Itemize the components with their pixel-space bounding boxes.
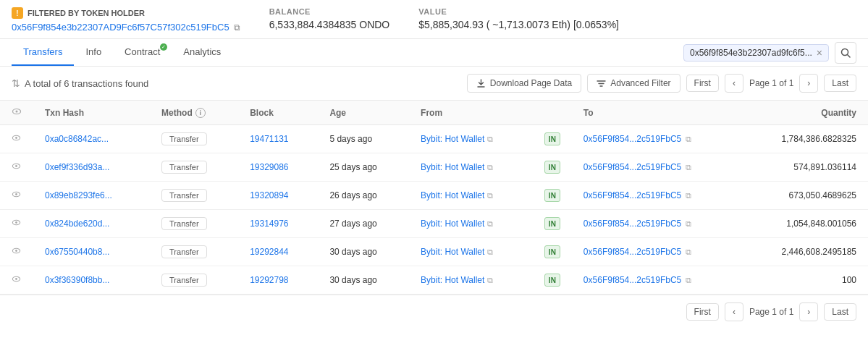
copy-from-icon[interactable]: ⧉ [487, 163, 493, 172]
svg-point-12 [15, 193, 17, 195]
eye-icon[interactable] [12, 133, 21, 143]
tab-transfers[interactable]: Transfers [12, 39, 74, 66]
search-button[interactable] [835, 42, 856, 64]
row-quantity: 100 [741, 266, 868, 295]
txn-hash-link[interactable]: 0xef9f336d93a... [45, 162, 109, 172]
txn-hash-link[interactable]: 0x3f36390f8bb... [45, 275, 109, 285]
th-from: From [409, 101, 533, 125]
txn-hash-link[interactable]: 0x824bde620d... [45, 219, 109, 229]
method-badge: Transfer [161, 161, 207, 174]
block-link[interactable]: 19329086 [250, 162, 288, 172]
row-eye-cell [0, 182, 33, 210]
value-label: VALUE [418, 7, 619, 16]
footer-next-page-button[interactable]: › [799, 302, 818, 321]
from-address-link[interactable]: Bybit: Hot Wallet [421, 190, 484, 200]
method-info-icon[interactable]: i [195, 108, 206, 118]
tab-analytics[interactable]: Analytics [172, 39, 232, 66]
footer-first-page-button[interactable]: First [686, 303, 719, 321]
row-eye-cell [0, 153, 33, 182]
tab-contract[interactable]: Contract ✓ [113, 39, 172, 66]
eye-icon[interactable] [12, 190, 21, 199]
copy-to-icon[interactable]: ⧉ [686, 219, 691, 229]
txn-hash-link[interactable]: 0xa0c86842ac... [45, 134, 109, 144]
method-badge: Transfer [161, 132, 207, 145]
txn-hash-link[interactable]: 0x67550440b8... [45, 247, 109, 257]
block-link[interactable]: 19471131 [250, 134, 288, 144]
eye-icon[interactable] [12, 218, 21, 227]
row-from: Bybit: Hot Wallet ⧉ [409, 182, 533, 210]
direction-badge: IN [544, 189, 560, 202]
row-direction: IN [533, 153, 572, 182]
from-address-link[interactable]: Bybit: Hot Wallet [421, 162, 484, 172]
table-row: 0x67550440b8... Transfer 19292844 30 day… [0, 238, 868, 266]
copy-to-icon[interactable]: ⧉ [686, 163, 691, 172]
footer-last-page-button[interactable]: Last [824, 303, 856, 321]
first-page-button[interactable]: First [686, 75, 719, 92]
svg-line-1 [848, 54, 851, 57]
copy-address-icon[interactable]: ⧉ [234, 22, 240, 33]
block-link[interactable]: 19314976 [250, 219, 288, 229]
th-age: Age [318, 101, 409, 125]
row-eye-cell [0, 210, 33, 238]
last-page-button[interactable]: Last [824, 75, 856, 92]
row-to: 0x56F9f854...2c519FbC5 ⧉ [572, 238, 741, 266]
direction-badge: IN [544, 132, 560, 145]
row-eye-cell [0, 266, 33, 295]
row-to: 0x56F9f854...2c519FbC5 ⧉ [572, 125, 741, 153]
row-hash: 0x824bde620d... [33, 210, 150, 238]
row-direction: IN [533, 182, 572, 210]
copy-from-icon[interactable]: ⧉ [487, 276, 493, 285]
direction-badge: IN [544, 217, 560, 230]
row-method: Transfer [150, 153, 238, 182]
txn-hash-link[interactable]: 0x89eb8293fe6... [45, 190, 112, 200]
row-hash: 0x3f36390f8bb... [33, 266, 150, 295]
th-quantity: Quantity [741, 101, 868, 125]
block-link[interactable]: 19292798 [250, 275, 288, 285]
copy-from-icon[interactable]: ⧉ [487, 247, 493, 257]
th-method: Method i [150, 101, 238, 125]
row-eye-cell [0, 238, 33, 266]
table-row: 0xef9f336d93a... Transfer 19329086 25 da… [0, 153, 868, 182]
copy-to-icon[interactable]: ⧉ [686, 276, 691, 285]
th-eye [0, 101, 33, 125]
row-from: Bybit: Hot Wallet ⧉ [409, 153, 533, 182]
copy-from-icon[interactable]: ⧉ [487, 191, 493, 200]
row-block: 19329086 [238, 153, 318, 182]
copy-from-icon[interactable]: ⧉ [487, 219, 493, 229]
sort-icon: ⇅ [12, 77, 20, 89]
block-link[interactable]: 19292844 [250, 247, 288, 257]
chip-close-icon[interactable]: × [817, 48, 822, 58]
direction-badge: IN [544, 245, 560, 258]
row-to: 0x56F9f854...2c519FbC5 ⧉ [572, 153, 741, 182]
row-method: Transfer [150, 182, 238, 210]
copy-from-icon[interactable]: ⧉ [487, 135, 493, 144]
from-address-link[interactable]: Bybit: Hot Wallet [421, 134, 484, 144]
to-address: 0x56F9f854...2c519FbC5 [583, 190, 681, 200]
download-data-button[interactable]: Download Page Data [467, 74, 581, 93]
copy-to-icon[interactable]: ⧉ [686, 191, 691, 200]
row-eye-cell [0, 125, 33, 153]
row-from: Bybit: Hot Wallet ⧉ [409, 125, 533, 153]
row-block: 19292798 [238, 266, 318, 295]
advanced-filter-button[interactable]: Advanced Filter [587, 74, 680, 93]
prev-page-button[interactable]: ‹ [725, 74, 743, 93]
row-to: 0x56F9f854...2c519FbC5 ⧉ [572, 266, 741, 295]
column-eye-icon [12, 106, 22, 117]
next-page-button[interactable]: › [799, 74, 818, 93]
footer-prev-page-button[interactable]: ‹ [725, 302, 743, 321]
from-address-link[interactable]: Bybit: Hot Wallet [421, 247, 484, 257]
row-block: 19314976 [238, 210, 318, 238]
copy-to-icon[interactable]: ⧉ [686, 247, 691, 257]
balance-label: BALANCE [269, 7, 390, 16]
from-address-link[interactable]: Bybit: Hot Wallet [421, 219, 484, 229]
row-quantity: 2,446,608.2495185 [741, 238, 868, 266]
block-link[interactable]: 19320894 [250, 190, 288, 200]
eye-icon[interactable] [12, 161, 21, 171]
table-row: 0x89eb8293fe6... Transfer 19320894 26 da… [0, 182, 868, 210]
eye-icon[interactable] [12, 274, 21, 284]
tab-info[interactable]: Info [74, 39, 113, 66]
method-badge: Transfer [161, 217, 207, 230]
eye-icon[interactable] [12, 246, 21, 255]
copy-to-icon[interactable]: ⧉ [686, 135, 691, 144]
from-address-link[interactable]: Bybit: Hot Wallet [421, 275, 484, 285]
